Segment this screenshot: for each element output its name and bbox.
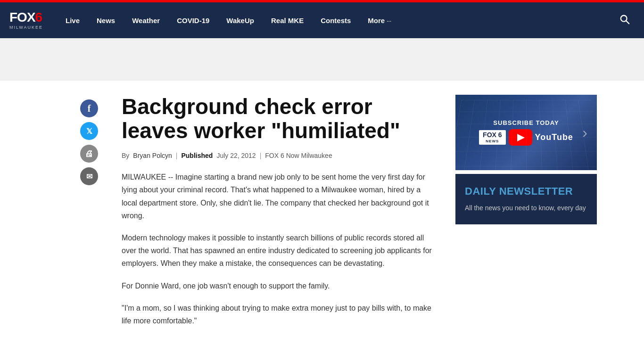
- chevron-right-icon: ›: [582, 124, 587, 141]
- logo[interactable]: FOX6 MILWAUKEE: [9, 11, 43, 30]
- social-sidebar: f 𝕏 🖨 ✉: [80, 95, 98, 337]
- nav-item-covid[interactable]: COVID-19: [168, 12, 218, 29]
- nav-link-more[interactable]: More ⋯: [359, 12, 400, 29]
- print-button[interactable]: 🖨: [80, 145, 98, 163]
- more-dots-icon: ⋯: [387, 19, 392, 24]
- youtube-banner[interactable]: SUBSCRIBE TODAY FOX 6 NEWS YouTube ›: [455, 95, 597, 170]
- twitter-icon: 𝕏: [86, 127, 92, 136]
- article: Background check error leaves worker "hu…: [122, 95, 437, 337]
- logo-six: 6: [35, 10, 42, 25]
- article-meta: By Bryan Polcyn | Published July 22, 201…: [122, 152, 437, 159]
- article-paragraph-1: MILWAUKEE -- Imagine starting a brand ne…: [122, 171, 437, 222]
- article-paragraph-3: For Donnie Ward, one job wasn't enough t…: [122, 280, 437, 292]
- nav-link-wakeup[interactable]: WakeUp: [218, 12, 263, 29]
- nav-item-live[interactable]: Live: [57, 12, 88, 29]
- nav-link-live[interactable]: Live: [57, 12, 88, 29]
- logo-subtitle: MILWAUKEE: [9, 25, 43, 30]
- newsletter-description: All the news you need to know, every day: [465, 203, 587, 213]
- twitter-share-button[interactable]: 𝕏: [80, 122, 98, 140]
- print-icon: 🖨: [85, 149, 93, 159]
- navbar: FOX6 MILWAUKEE Live News Weather COVID-1…: [0, 2, 644, 38]
- sidebar-right: SUBSCRIBE TODAY FOX 6 NEWS YouTube › DAI…: [455, 95, 597, 337]
- author-name: Bryan Polcyn: [133, 152, 172, 159]
- svg-line-1: [626, 21, 629, 24]
- newsletter-box: DAILY NEWSLETTER All the news you need t…: [455, 174, 597, 224]
- article-body: MILWAUKEE -- Imagine starting a brand ne…: [122, 171, 437, 327]
- nav-item-more[interactable]: More ⋯: [359, 12, 400, 29]
- article-source: FOX 6 Now Milwaukee: [265, 152, 332, 159]
- nav-link-news[interactable]: News: [88, 12, 124, 29]
- article-paragraph-4: "I'm a mom, so I was thinking about tryi…: [122, 302, 437, 327]
- grid-overlay: [455, 100, 597, 170]
- email-icon: ✉: [86, 172, 92, 181]
- facebook-share-button[interactable]: f: [80, 99, 98, 117]
- newsletter-title: DAILY NEWSLETTER: [465, 185, 587, 197]
- search-button[interactable]: [615, 9, 635, 31]
- main-content: f 𝕏 🖨 ✉ Background check error leaves wo…: [0, 81, 644, 351]
- nav-item-realmke[interactable]: Real MKE: [263, 12, 312, 29]
- nav-link-covid[interactable]: COVID-19: [168, 12, 218, 29]
- publish-date: July 22, 2012: [216, 152, 256, 159]
- article-paragraph-2: Modern technology makes it possible to i…: [122, 231, 437, 270]
- nav-links: Live News Weather COVID-19 WakeUp Real M…: [57, 12, 615, 29]
- email-share-button[interactable]: ✉: [80, 167, 98, 185]
- by-label: By: [122, 152, 129, 159]
- published-label: Published: [181, 152, 213, 159]
- search-icon: [619, 14, 630, 25]
- ad-banner: [0, 38, 644, 81]
- nav-item-contests[interactable]: Contests: [312, 12, 359, 29]
- logo-text: FOX6: [9, 11, 42, 24]
- nav-link-contests[interactable]: Contests: [312, 12, 359, 29]
- nav-link-weather[interactable]: Weather: [124, 12, 168, 29]
- meta-separator-1: |: [176, 152, 178, 159]
- facebook-icon: f: [88, 103, 91, 114]
- nav-link-realmke[interactable]: Real MKE: [263, 12, 312, 29]
- nav-item-news[interactable]: News: [88, 12, 124, 29]
- nav-item-weather[interactable]: Weather: [124, 12, 168, 29]
- article-title: Background check error leaves worker "hu…: [122, 95, 437, 142]
- meta-separator-2: |: [260, 152, 262, 159]
- nav-item-wakeup[interactable]: WakeUp: [218, 12, 263, 29]
